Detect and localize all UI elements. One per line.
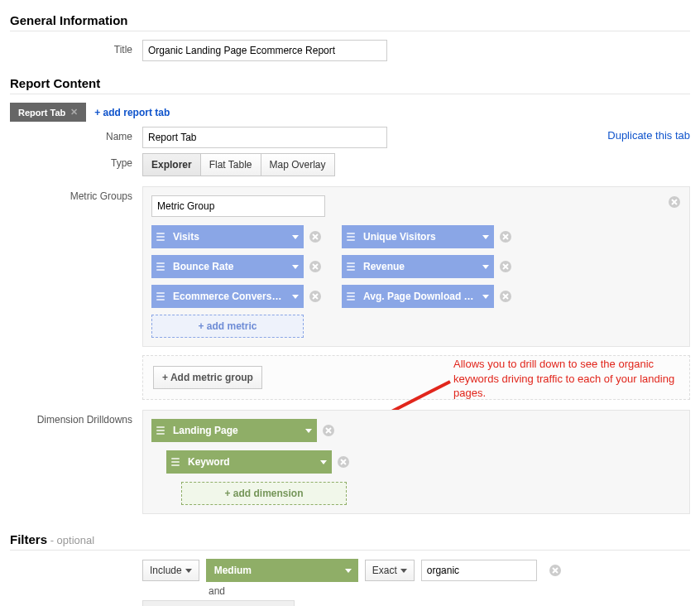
dimension-pill-landing-page[interactable]: Landing Page — [151, 419, 317, 442]
type-button-group: Explorer Flat Table Map Overlay — [142, 153, 690, 176]
remove-metric-icon[interactable] — [309, 230, 322, 243]
metric-group-name-input[interactable] — [151, 195, 325, 217]
report-tab-label: Report Tab — [18, 108, 65, 118]
type-explorer-button[interactable]: Explorer — [142, 153, 201, 176]
drag-handle-icon[interactable] — [151, 426, 170, 435]
filter-and-label: and — [209, 585, 690, 597]
remove-metric-icon[interactable] — [499, 260, 512, 273]
remove-filter-icon[interactable] — [549, 564, 562, 577]
metric-groups-label: Metric Groups — [10, 186, 142, 202]
dimension-panel: Landing Page Keyword + add dimension — [142, 410, 690, 514]
filter-include-select[interactable]: Include — [142, 560, 199, 581]
filter-dimension-select[interactable]: Medium — [206, 559, 358, 582]
chevron-down-icon — [185, 569, 192, 573]
title-label: Title — [10, 40, 142, 55]
chevron-down-icon — [292, 265, 299, 269]
add-metric-group-button[interactable]: + Add metric group — [153, 366, 262, 389]
add-report-tab-link[interactable]: + add report tab — [94, 107, 170, 118]
drag-handle-icon[interactable] — [342, 292, 360, 301]
dimension-pill-keyword[interactable]: Keyword — [166, 450, 332, 474]
chevron-down-icon — [482, 295, 489, 299]
filters-spacer — [10, 559, 142, 563]
metric-pill-unique-visitors[interactable]: Unique Visitors — [342, 225, 494, 248]
chevron-down-icon — [292, 295, 299, 299]
name-input[interactable] — [142, 127, 387, 148]
filter-row: Include Medium Exact — [142, 559, 690, 582]
drag-handle-icon[interactable] — [342, 233, 360, 241]
report-content-heading: Report Content — [10, 73, 690, 94]
metric-group-panel: Visits Unique Visitors Bounce Rate Reven… — [142, 186, 690, 347]
report-tab-active[interactable]: Report Tab ✕ — [10, 103, 86, 122]
chevron-down-icon — [482, 265, 489, 269]
drag-handle-icon[interactable] — [151, 292, 170, 301]
duplicate-tab-link[interactable]: Duplicate this tab — [607, 129, 690, 142]
annotation-text: Allows you to drill down to see the orga… — [453, 357, 680, 401]
metric-pill-visits[interactable]: Visits — [151, 225, 304, 248]
title-input[interactable] — [142, 40, 387, 61]
metric-pill-avg-page-download[interactable]: Avg. Page Download Ti… — [342, 285, 494, 308]
type-flat-table-button[interactable]: Flat Table — [200, 153, 261, 176]
add-metric-button[interactable]: + add metric — [151, 315, 304, 338]
chevron-down-icon — [320, 460, 327, 464]
drag-handle-icon[interactable] — [342, 262, 360, 271]
remove-metric-icon[interactable] — [309, 260, 322, 273]
metric-pill-ecommerce-conversion[interactable]: Ecommerce Conversion … — [151, 285, 304, 308]
chevron-down-icon — [292, 235, 299, 239]
chevron-down-icon — [345, 569, 352, 573]
remove-dimension-icon[interactable] — [322, 424, 335, 437]
remove-dimension-icon[interactable] — [337, 455, 350, 469]
remove-metric-icon[interactable] — [309, 290, 322, 303]
general-info-heading: General Information — [10, 10, 690, 31]
dimension-drilldowns-label: Dimension Drilldowns — [10, 410, 142, 426]
metric-pill-bounce-rate[interactable]: Bounce Rate — [151, 255, 304, 278]
drag-handle-icon[interactable] — [151, 262, 170, 271]
type-map-overlay-button[interactable]: Map Overlay — [261, 153, 335, 176]
filter-match-select[interactable]: Exact — [365, 560, 415, 581]
metric-pill-revenue[interactable]: Revenue — [342, 255, 494, 278]
filter-value-input[interactable] — [421, 560, 537, 581]
drag-handle-icon[interactable] — [151, 233, 170, 241]
drag-handle-icon[interactable] — [166, 458, 185, 466]
add-filter-select[interactable]: + add filter — [142, 600, 295, 606]
remove-metric-icon[interactable] — [499, 230, 512, 243]
filters-heading: Filters - optional — [10, 529, 690, 551]
chevron-down-icon — [305, 429, 312, 433]
remove-metric-group-icon[interactable] — [668, 195, 681, 209]
add-dimension-button[interactable]: + add dimension — [181, 482, 347, 505]
chevron-down-icon — [400, 569, 407, 573]
close-tab-icon[interactable]: ✕ — [70, 107, 78, 118]
chevron-down-icon — [482, 235, 489, 239]
remove-metric-icon[interactable] — [499, 290, 512, 303]
name-label: Name — [10, 127, 142, 142]
type-label: Type — [10, 153, 142, 169]
